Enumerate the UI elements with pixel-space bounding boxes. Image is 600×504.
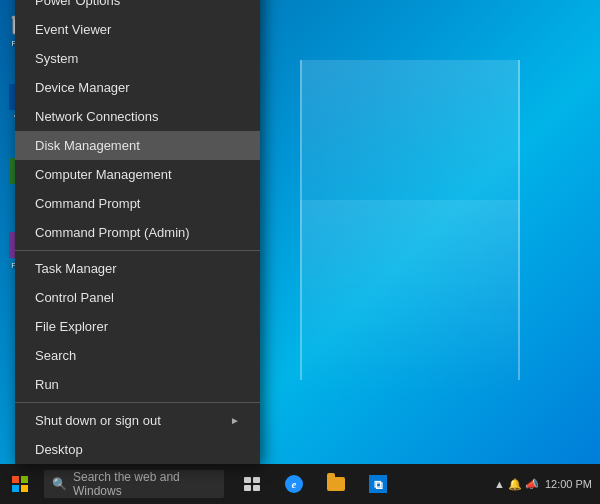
- svg-rect-18: [244, 485, 251, 491]
- menu-item-command-prompt[interactable]: Command Prompt: [15, 189, 260, 218]
- menu-item-computer-management[interactable]: Computer Management: [15, 160, 260, 189]
- taskbar: 🔍 Search the web and Windows e: [0, 464, 600, 504]
- store-taskbar-icon[interactable]: ⧉: [358, 464, 398, 504]
- context-menu: Programs and Features Power Options Even…: [15, 0, 260, 464]
- svg-rect-14: [12, 485, 19, 492]
- start-button[interactable]: [0, 464, 40, 504]
- menu-divider-1: [15, 250, 260, 251]
- menu-item-search[interactable]: Search: [15, 341, 260, 370]
- svg-rect-19: [253, 485, 260, 491]
- menu-item-shutdown[interactable]: Shut down or sign out ►: [15, 406, 260, 435]
- menu-divider-2: [15, 402, 260, 403]
- menu-item-file-explorer[interactable]: File Explorer: [15, 312, 260, 341]
- svg-rect-16: [244, 477, 251, 483]
- menu-item-command-prompt-admin[interactable]: Command Prompt (Admin): [15, 218, 260, 247]
- svg-rect-15: [21, 485, 28, 492]
- menu-item-desktop[interactable]: Desktop: [15, 435, 260, 464]
- taskbar-pinned-icons: e ⧉: [232, 464, 398, 504]
- menu-item-control-panel[interactable]: Control Panel: [15, 283, 260, 312]
- clock-time: 12:00 PM: [545, 478, 592, 490]
- task-view-button[interactable]: [232, 464, 272, 504]
- menu-item-event-viewer[interactable]: Event Viewer: [15, 15, 260, 44]
- menu-item-system[interactable]: System: [15, 44, 260, 73]
- system-tray: ▲ 🔔 📣: [494, 478, 539, 491]
- submenu-arrow-icon: ►: [230, 415, 240, 426]
- desktop-light-beam-2: [300, 200, 520, 400]
- svg-rect-17: [253, 477, 260, 483]
- taskbar-search-placeholder: Search the web and Windows: [73, 470, 216, 498]
- file-explorer-taskbar-icon[interactable]: [316, 464, 356, 504]
- menu-item-disk-management[interactable]: Disk Management: [15, 131, 260, 160]
- taskbar-search-box[interactable]: 🔍 Search the web and Windows: [44, 470, 224, 498]
- svg-rect-12: [12, 476, 19, 483]
- menu-item-network-connections[interactable]: Network Connections: [15, 102, 260, 131]
- taskbar-right-area: ▲ 🔔 📣 12:00 PM: [494, 478, 600, 491]
- search-icon: 🔍: [52, 477, 67, 491]
- menu-item-task-manager[interactable]: Task Manager: [15, 254, 260, 283]
- menu-item-power-options[interactable]: Power Options: [15, 0, 260, 15]
- ie-icon-graphic: e: [285, 475, 303, 493]
- menu-item-device-manager[interactable]: Device Manager: [15, 73, 260, 102]
- svg-text:⧉: ⧉: [374, 478, 383, 492]
- desktop: Rec... W Wi... A A... P Part... P: [0, 0, 600, 504]
- svg-rect-13: [21, 476, 28, 483]
- internet-explorer-icon[interactable]: e: [274, 464, 314, 504]
- menu-item-run[interactable]: Run: [15, 370, 260, 399]
- folder-icon-graphic: [327, 477, 345, 491]
